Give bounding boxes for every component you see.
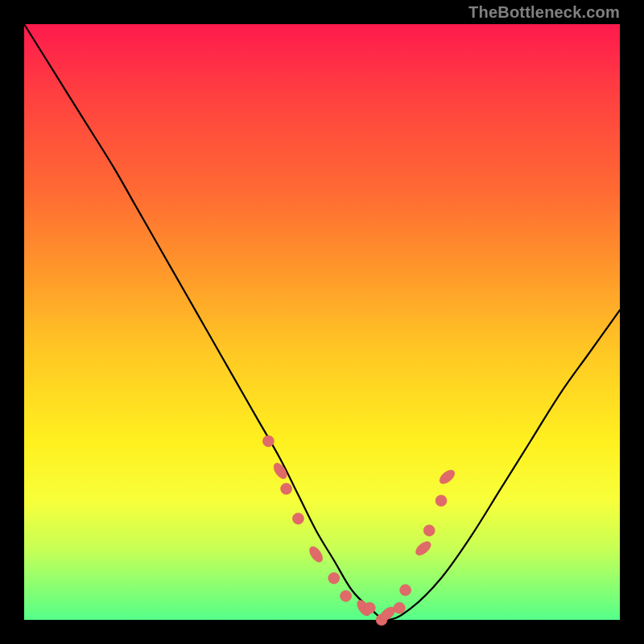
marker-dot	[307, 544, 324, 564]
plot-area	[24, 24, 620, 620]
marker-dot	[281, 483, 292, 494]
marker-dot	[437, 468, 457, 486]
marker-dot	[328, 572, 340, 584]
marker-dot	[364, 602, 375, 613]
marker-dot	[400, 584, 411, 596]
bottleneck-curve-path	[24, 24, 620, 620]
marker-dot	[414, 539, 434, 558]
watermark-text: TheBottleneck.com	[469, 3, 620, 22]
marker-dot	[436, 495, 447, 506]
marker-dot	[394, 602, 405, 613]
marker-dot	[341, 590, 352, 601]
curve-svg	[24, 24, 620, 620]
marker-dot	[262, 436, 274, 447]
marker-dot	[423, 525, 435, 536]
chart-container: TheBottleneck.com	[0, 0, 644, 644]
highlight-markers	[262, 436, 456, 625]
marker-dot	[292, 513, 303, 524]
